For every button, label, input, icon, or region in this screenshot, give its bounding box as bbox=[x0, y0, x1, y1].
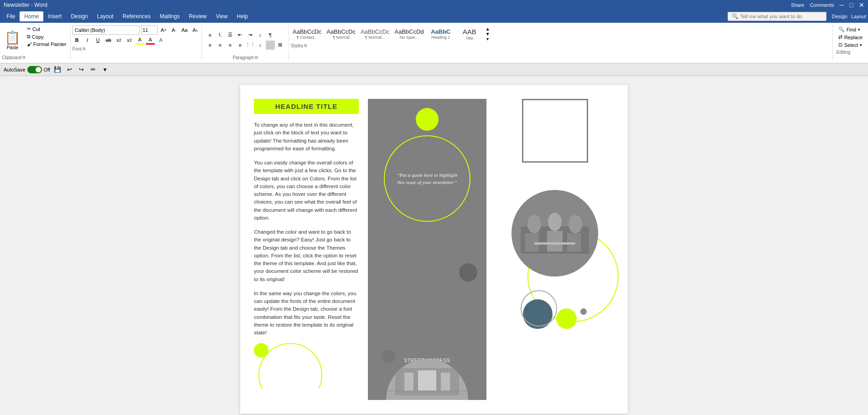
justify-button[interactable]: ≡ bbox=[236, 41, 245, 50]
shading-button[interactable] bbox=[266, 41, 275, 50]
maximize-button[interactable]: □ bbox=[850, 1, 853, 9]
minimize-button[interactable]: ─ bbox=[840, 1, 844, 9]
align-right-button[interactable]: ≡ bbox=[226, 41, 235, 50]
find-button[interactable]: 🔍 Find ▾ bbox=[837, 26, 864, 33]
font-shrink-button[interactable]: A- bbox=[170, 26, 179, 35]
show-formatting-button[interactable]: ¶ bbox=[266, 31, 275, 40]
autosave-toggle[interactable] bbox=[27, 66, 42, 73]
tab-layout-extra[interactable]: Layout bbox=[851, 14, 866, 19]
menu-help[interactable]: Help bbox=[232, 11, 253, 21]
scroll-down-icon[interactable]: ▼ bbox=[486, 31, 490, 36]
font-expand-icon[interactable]: ⧉ bbox=[83, 46, 85, 51]
menu-file[interactable]: File bbox=[2, 11, 20, 21]
draw-button[interactable]: ✏ bbox=[88, 65, 98, 74]
font-label: Font ⧉ bbox=[72, 46, 200, 51]
increase-indent-button[interactable]: ⇥ bbox=[246, 31, 255, 40]
style-preview-normal2: AaBbCcDc bbox=[361, 28, 390, 36]
format-painter-icon: 🖌 bbox=[27, 41, 32, 47]
quote-circle[interactable]: “Put a quote here to highlight this issu… bbox=[384, 135, 470, 222]
format-painter-button[interactable]: 🖌 Format Painter bbox=[25, 41, 68, 47]
body-paragraph-1[interactable]: To change any of the text in this docume… bbox=[254, 121, 359, 153]
paragraph-expand-icon[interactable]: ⧉ bbox=[255, 55, 258, 60]
bullets-button[interactable]: ≡ bbox=[206, 31, 215, 40]
italic-button[interactable]: I bbox=[83, 36, 92, 45]
clear-format-button[interactable]: Ax bbox=[191, 26, 200, 35]
styles-expand-icon[interactable]: ⧉ bbox=[304, 43, 307, 48]
middle-column: “Put a quote here to highlight this issu… bbox=[368, 99, 486, 400]
menu-insert[interactable]: Insert bbox=[43, 11, 66, 21]
svg-rect-12 bbox=[547, 231, 563, 251]
line-spacing-button[interactable]: ↕ bbox=[256, 41, 265, 50]
font-group: A+ A- Aa Ax B I U ab x2 x2 A A A Font ⧉ bbox=[71, 25, 202, 61]
replace-button[interactable]: ⇄ Replace bbox=[837, 33, 864, 41]
sort-button[interactable]: ↕ bbox=[256, 31, 265, 40]
clipboard-expand-icon[interactable]: ⧉ bbox=[22, 55, 25, 60]
headline-box[interactable]: HEADLINE TITLE bbox=[254, 99, 359, 114]
style-normal2[interactable]: AaBbCcDc ¶ Normal... bbox=[359, 27, 392, 41]
cut-button[interactable]: ✂ Cut bbox=[25, 26, 68, 32]
clipboard-label: Clipboard ⧉ bbox=[2, 55, 68, 60]
find-dropdown-icon[interactable]: ▾ bbox=[858, 27, 860, 32]
columns-button[interactable]: ⋮⋮ bbox=[246, 41, 255, 50]
photo-container bbox=[505, 172, 605, 286]
menu-mailings[interactable]: Mailings bbox=[155, 11, 184, 21]
save-button[interactable]: 💾 bbox=[53, 65, 62, 74]
font-grow-button[interactable]: A+ bbox=[159, 26, 168, 35]
more-commands-button[interactable]: ▾ bbox=[100, 65, 109, 74]
copy-button[interactable]: ⧉ Copy bbox=[25, 33, 68, 40]
select-dropdown-icon[interactable]: ▾ bbox=[860, 43, 862, 47]
search-input[interactable] bbox=[740, 14, 822, 19]
bold-button[interactable]: B bbox=[72, 36, 82, 45]
style-no-space[interactable]: AaBbCcDd No Spac... bbox=[393, 27, 425, 41]
text-effects-button[interactable]: A bbox=[156, 36, 165, 45]
align-center-button[interactable]: ≡ bbox=[216, 41, 225, 50]
body-paragraph-3[interactable]: Changed the color and want to go back to… bbox=[254, 228, 359, 283]
font-row-1: A+ A- Aa Ax bbox=[72, 26, 200, 35]
mid-arch-photo bbox=[386, 359, 468, 400]
numbering-button[interactable]: ⒈ bbox=[216, 31, 225, 40]
menu-references[interactable]: References bbox=[118, 11, 155, 21]
superscript-button[interactable]: x2 bbox=[125, 36, 134, 45]
ribbon: 📋 Paste ✂ Cut ⧉ Copy 🖌 Format Painter bbox=[0, 23, 868, 63]
scroll-up-icon[interactable]: ▲ bbox=[486, 26, 490, 31]
select-button[interactable]: ⊡ Select ▾ bbox=[837, 41, 864, 49]
styles-label: Styles ⧉ bbox=[291, 43, 831, 48]
align-left-button[interactable]: ≡ bbox=[206, 41, 215, 50]
style-heading1[interactable]: AaBbC Heading 1 bbox=[427, 27, 455, 41]
menu-home[interactable]: Home bbox=[20, 11, 43, 21]
menu-review[interactable]: Review bbox=[184, 11, 211, 21]
multilevel-list-button[interactable]: ☰ bbox=[226, 31, 235, 40]
paste-icon: 📋 bbox=[5, 30, 21, 45]
tab-design-extra[interactable]: Design bbox=[832, 14, 847, 19]
subscript-button[interactable]: x2 bbox=[114, 36, 124, 45]
font-color-button[interactable]: A bbox=[146, 36, 155, 45]
comments-button[interactable]: Comments bbox=[810, 2, 834, 8]
undo-button[interactable]: ↩ bbox=[65, 65, 74, 74]
menu-design[interactable]: Design bbox=[66, 11, 92, 21]
strikethrough-button[interactable]: ab bbox=[104, 36, 113, 45]
paste-button[interactable]: 📋 Paste bbox=[2, 26, 23, 54]
style-title[interactable]: AAB Title bbox=[456, 27, 483, 41]
select-label: Select bbox=[844, 42, 858, 48]
text-highlight-button[interactable]: A bbox=[135, 36, 145, 45]
menu-layout[interactable]: Layout bbox=[93, 11, 118, 21]
borders-button[interactable]: ⊞ bbox=[276, 41, 285, 50]
underline-button[interactable]: U bbox=[93, 36, 103, 45]
font-name-input[interactable] bbox=[72, 26, 140, 35]
decrease-indent-button[interactable]: ⇤ bbox=[236, 31, 245, 40]
style-contact[interactable]: AaBbCcDc ¶ Contact... bbox=[291, 27, 324, 41]
change-case-button[interactable]: Aa bbox=[180, 26, 189, 35]
placeholder-image-box[interactable] bbox=[522, 99, 588, 163]
close-button[interactable]: ✕ bbox=[859, 1, 864, 9]
body-paragraph-2[interactable]: You can easily change the overall colors… bbox=[254, 159, 359, 222]
font-size-input[interactable] bbox=[141, 26, 158, 35]
body-paragraph-4[interactable]: In the same way you change the colors, y… bbox=[254, 290, 359, 337]
menu-view[interactable]: View bbox=[212, 11, 232, 21]
styles-scroll[interactable]: ▲ ▼ ▾ bbox=[485, 26, 491, 42]
styles-more-icon[interactable]: ▾ bbox=[486, 36, 489, 41]
paragraph-buttons: ≡ ⒈ ☰ ⇤ ⇥ ↕ ¶ ≡ ≡ ≡ ≡ ⋮⋮ ↕ bbox=[206, 26, 285, 54]
share-button[interactable]: Share bbox=[791, 2, 804, 8]
search-bar[interactable]: 🔍 bbox=[728, 12, 827, 21]
redo-button[interactable]: ↪ bbox=[77, 65, 86, 74]
style-normal[interactable]: AaBbCcDc ¶ Normal bbox=[325, 27, 357, 41]
